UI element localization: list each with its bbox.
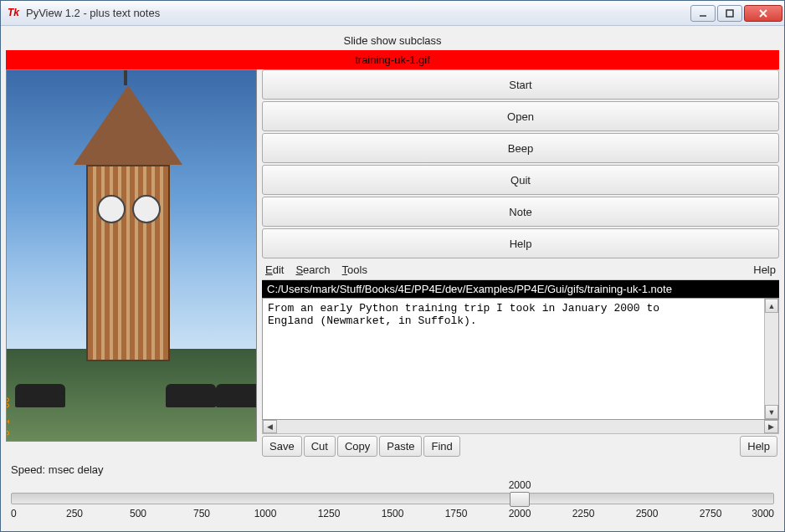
image-spire — [124, 69, 127, 85]
open-button[interactable]: Open — [262, 101, 779, 131]
filename-bar: training-uk-1.gif — [6, 50, 779, 69]
window-buttons — [690, 5, 782, 22]
speed-label: Speed: msec delay — [6, 457, 779, 479]
save-button[interactable]: Save — [262, 436, 302, 457]
cut-button[interactable]: Cut — [304, 436, 336, 457]
image-car — [15, 384, 65, 407]
minimize-button[interactable] — [690, 5, 716, 22]
scroll-left-icon[interactable]: ◀ — [263, 420, 277, 433]
slider-current-value: 2000 — [509, 479, 531, 491]
slide-image: 8 1 '00 — [6, 69, 257, 442]
note-textarea[interactable] — [263, 299, 764, 419]
vertical-scrollbar[interactable]: ▲ ▼ — [764, 299, 778, 419]
app-window: Tk PyView 1.2 - plus text notes Slide sh… — [0, 0, 785, 532]
main-row: 8 1 '00 Start Open Beep Quit Note Help E… — [6, 69, 779, 457]
client-area: Slide show subclass training-uk-1.gif 8 … — [1, 26, 784, 531]
slider-tick-label: 2500 — [636, 508, 659, 519]
image-clock — [97, 195, 126, 223]
image-car — [166, 384, 216, 407]
slider-track[interactable] — [11, 493, 774, 504]
image-datestamp: 8 1 '00 — [6, 397, 12, 436]
slider-tick-label: 1000 — [254, 508, 277, 519]
slider-tick-label: 250 — [66, 508, 83, 519]
app-icon: Tk — [8, 7, 21, 20]
slider-tick-label: 750 — [193, 508, 210, 519]
beep-button[interactable]: Beep — [262, 133, 779, 163]
note-path: C:/Users/mark/Stuff/Books/4E/PP4E/dev/Ex… — [262, 280, 779, 298]
window-title: PyView 1.2 - plus text notes — [26, 7, 690, 19]
copy-button[interactable]: Copy — [337, 436, 377, 457]
slider-tick-label: 1500 — [382, 508, 404, 519]
slider-tick-label: 2250 — [572, 508, 595, 519]
editor-menubar: Edit Search Tools Help — [262, 260, 779, 280]
slider-thumb[interactable] — [510, 492, 530, 507]
maximize-button[interactable] — [717, 5, 742, 22]
right-pane: Start Open Beep Quit Note Help Edit Sear… — [257, 69, 779, 457]
horizontal-scrollbar[interactable]: ◀ ▶ — [262, 420, 779, 434]
scroll-down-icon[interactable]: ▼ — [765, 405, 778, 419]
menu-edit[interactable]: Edit — [265, 263, 284, 276]
menu-tools[interactable]: Tools — [342, 263, 367, 276]
note-button[interactable]: Note — [262, 197, 779, 227]
menu-search-rest: earch — [303, 263, 331, 276]
quit-button[interactable]: Quit — [262, 165, 779, 195]
image-tower — [86, 165, 170, 361]
speed-slider: 2000 02505007501000125015001750200022502… — [6, 479, 779, 528]
toolbar-spacer — [462, 436, 740, 457]
paste-button[interactable]: Paste — [379, 436, 422, 457]
menu-help[interactable]: Help — [753, 263, 776, 276]
slider-tick-label: 500 — [130, 508, 146, 519]
titlebar: Tk PyView 1.2 - plus text notes — [1, 1, 784, 26]
hscroll-track[interactable] — [277, 420, 764, 433]
toolbar-help-button[interactable]: Help — [740, 436, 777, 457]
slider-tick-label: 2750 — [700, 508, 722, 519]
close-button[interactable] — [744, 5, 782, 22]
menu-edit-rest: dit — [273, 263, 285, 276]
header-label: Slide show subclass — [6, 31, 779, 50]
editor-toolbar: Save Cut Copy Paste Find Help — [262, 436, 779, 457]
note-editor: ▲ ▼ — [262, 298, 779, 420]
slider-tick-label: 3000 — [752, 508, 774, 519]
slider-tick-label: 1750 — [445, 508, 468, 519]
scroll-up-icon[interactable]: ▲ — [765, 299, 778, 313]
slider-tick-label: 0 — [11, 508, 17, 519]
help-button[interactable]: Help — [262, 228, 779, 258]
menu-search[interactable]: Search — [295, 263, 330, 276]
image-car — [216, 384, 257, 407]
slider-tick-label: 1250 — [318, 508, 341, 519]
svg-rect-1 — [726, 10, 733, 17]
image-roof — [74, 85, 182, 165]
start-button[interactable]: Start — [262, 69, 779, 100]
scroll-right-icon[interactable]: ▶ — [764, 420, 778, 433]
slider-value-row: 2000 — [11, 479, 774, 493]
image-clock — [132, 195, 161, 223]
find-button[interactable]: Find — [423, 436, 459, 457]
slider-tick-label: 2000 — [509, 508, 531, 519]
slider-ticks: 0250500750100012501500175020002250250027… — [11, 508, 774, 523]
menu-tools-rest: ools — [347, 263, 367, 276]
